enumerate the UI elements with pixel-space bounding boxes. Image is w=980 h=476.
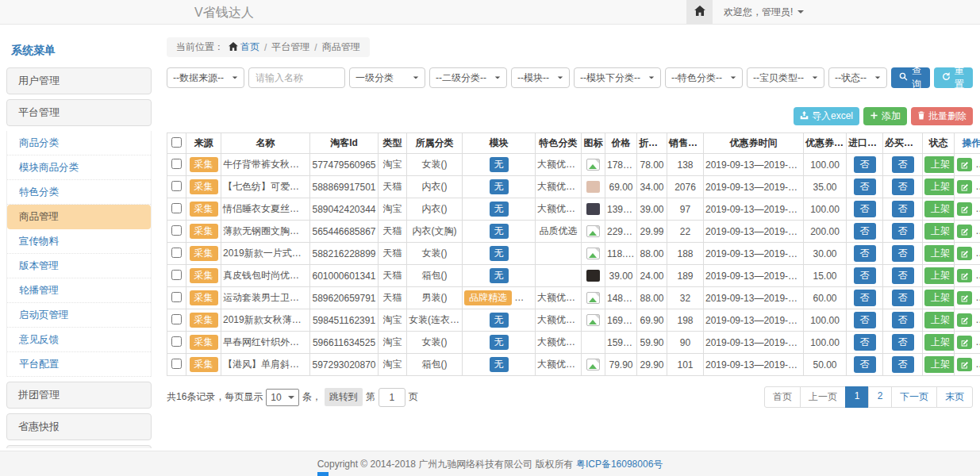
- edit-button[interactable]: [957, 291, 972, 305]
- delete-button[interactable]: [976, 202, 980, 216]
- import-select-toggle[interactable]: 否: [854, 290, 876, 306]
- edit-button[interactable]: [957, 158, 972, 171]
- import-select-toggle[interactable]: 否: [854, 267, 876, 284]
- delete-button[interactable]: [976, 180, 980, 194]
- sidebar-item-product-management[interactable]: 商品管理: [7, 205, 151, 229]
- edit-button[interactable]: [957, 247, 972, 260]
- delete-button[interactable]: [976, 225, 980, 238]
- search-button[interactable]: 查询: [891, 67, 930, 88]
- level1-category-select[interactable]: 一级分类: [349, 67, 425, 88]
- sidebar-item-message-management[interactable]: 消息管理: [6, 445, 152, 448]
- sidebar-item-product-category[interactable]: 商品分类: [7, 131, 151, 155]
- next-page-button[interactable]: 下一页: [891, 386, 937, 408]
- sidebar-item-platform-management[interactable]: 平台管理: [6, 99, 152, 126]
- sidebar-item-saving-express[interactable]: 省惠快报: [6, 413, 152, 440]
- import-select-toggle[interactable]: 否: [854, 312, 876, 328]
- must-buy-toggle[interactable]: 否: [892, 245, 914, 262]
- must-buy-toggle[interactable]: 否: [892, 290, 914, 306]
- delete-button[interactable]: [976, 358, 980, 371]
- edit-button[interactable]: [957, 225, 972, 238]
- page-1-button[interactable]: 1: [845, 386, 869, 408]
- status-button[interactable]: 上架: [924, 334, 955, 351]
- status-button[interactable]: 上架: [924, 223, 955, 240]
- status-button[interactable]: 上架: [924, 312, 955, 328]
- sidebar-item-platform-config[interactable]: 平台配置: [7, 352, 151, 377]
- edit-button[interactable]: [957, 358, 972, 371]
- item-type-select[interactable]: --宝贝类型--: [747, 67, 824, 88]
- home-button[interactable]: [686, 0, 713, 24]
- status-button[interactable]: 上架: [924, 245, 955, 262]
- page-2-button[interactable]: 2: [868, 386, 892, 408]
- module-select[interactable]: --模块--: [511, 67, 570, 88]
- import-select-toggle[interactable]: 否: [854, 156, 876, 173]
- must-buy-toggle[interactable]: 否: [892, 223, 914, 240]
- sidebar-item-splash-management[interactable]: 启动页管理: [7, 303, 151, 328]
- delete-button[interactable]: [976, 269, 980, 282]
- reset-button[interactable]: 重置: [934, 67, 973, 88]
- per-page-select[interactable]: 10: [266, 389, 298, 406]
- row-checkbox[interactable]: [171, 359, 182, 369]
- sidebar-item-carousel-management[interactable]: 轮播管理: [7, 278, 151, 303]
- must-buy-toggle[interactable]: 否: [892, 356, 914, 373]
- row-checkbox[interactable]: [171, 270, 182, 280]
- import-select-toggle[interactable]: 否: [854, 223, 876, 240]
- name-search-input[interactable]: [248, 67, 345, 88]
- row-checkbox[interactable]: [171, 336, 182, 347]
- last-page-button[interactable]: 末页: [936, 386, 973, 408]
- edit-button[interactable]: [957, 202, 972, 216]
- feature-category-select[interactable]: --特色分类--: [665, 67, 743, 88]
- sidebar-item-group-buy-management[interactable]: 拼团管理: [6, 382, 152, 409]
- must-buy-toggle[interactable]: 否: [892, 312, 914, 328]
- row-checkbox[interactable]: [171, 181, 182, 191]
- row-checkbox[interactable]: [171, 248, 182, 258]
- sidebar-item-module-product-category[interactable]: 模块商品分类: [7, 155, 151, 180]
- sidebar-item-user-management[interactable]: 用户管理: [6, 67, 152, 94]
- status-button[interactable]: 上架: [924, 267, 955, 284]
- import-select-toggle[interactable]: 否: [854, 356, 876, 373]
- jump-page-input[interactable]: [379, 388, 405, 407]
- level2-category-select[interactable]: --二级分类--: [429, 67, 507, 88]
- must-buy-toggle[interactable]: 否: [892, 201, 914, 217]
- edit-button[interactable]: [957, 180, 972, 194]
- must-buy-toggle[interactable]: 否: [892, 156, 914, 173]
- user-menu[interactable]: 欢迎您，管理员!: [713, 6, 815, 19]
- delete-button[interactable]: [976, 291, 980, 305]
- jump-button[interactable]: 跳转到: [325, 388, 363, 406]
- select-all-checkbox[interactable]: [171, 137, 182, 148]
- data-source-select[interactable]: --数据来源--: [167, 67, 244, 88]
- status-button[interactable]: 上架: [924, 156, 955, 173]
- edit-button[interactable]: [957, 313, 972, 327]
- delete-button[interactable]: [976, 158, 980, 171]
- import-select-toggle[interactable]: 否: [854, 178, 876, 195]
- status-button[interactable]: 上架: [924, 356, 955, 373]
- breadcrumb-home-link[interactable]: 首页: [229, 40, 259, 54]
- status-button[interactable]: 上架: [924, 201, 955, 217]
- row-checkbox[interactable]: [171, 203, 182, 213]
- sidebar-item-feedback[interactable]: 意见反馈: [7, 328, 151, 352]
- sidebar-item-feature-category[interactable]: 特色分类: [7, 180, 151, 205]
- edit-button[interactable]: [957, 269, 972, 282]
- import-excel-button[interactable]: 导入excel: [794, 107, 859, 125]
- must-buy-toggle[interactable]: 否: [892, 334, 914, 351]
- must-buy-toggle[interactable]: 否: [892, 178, 914, 195]
- status-button[interactable]: 上架: [924, 290, 955, 306]
- delete-button[interactable]: [976, 247, 980, 260]
- import-select-toggle[interactable]: 否: [854, 245, 876, 262]
- status-select[interactable]: --状态--: [828, 67, 887, 88]
- first-page-button[interactable]: 首页: [764, 386, 801, 408]
- row-checkbox[interactable]: [171, 159, 182, 169]
- icp-link[interactable]: 粤ICP备16098006号: [576, 459, 663, 470]
- import-select-toggle[interactable]: 否: [854, 334, 876, 351]
- row-checkbox[interactable]: [171, 225, 182, 236]
- import-select-toggle[interactable]: 否: [854, 201, 876, 217]
- batch-delete-button[interactable]: 批量删除: [911, 107, 973, 125]
- row-checkbox[interactable]: [171, 292, 182, 302]
- status-button[interactable]: 上架: [924, 178, 955, 195]
- delete-button[interactable]: [976, 313, 980, 327]
- must-buy-toggle[interactable]: 否: [892, 267, 914, 284]
- edit-button[interactable]: [957, 336, 972, 349]
- module-subcategory-select[interactable]: --模块下分类--: [574, 67, 661, 88]
- prev-page-button[interactable]: 上一页: [800, 386, 846, 408]
- row-checkbox[interactable]: [171, 314, 182, 324]
- sidebar-item-promo-material[interactable]: 宣传物料: [7, 229, 151, 254]
